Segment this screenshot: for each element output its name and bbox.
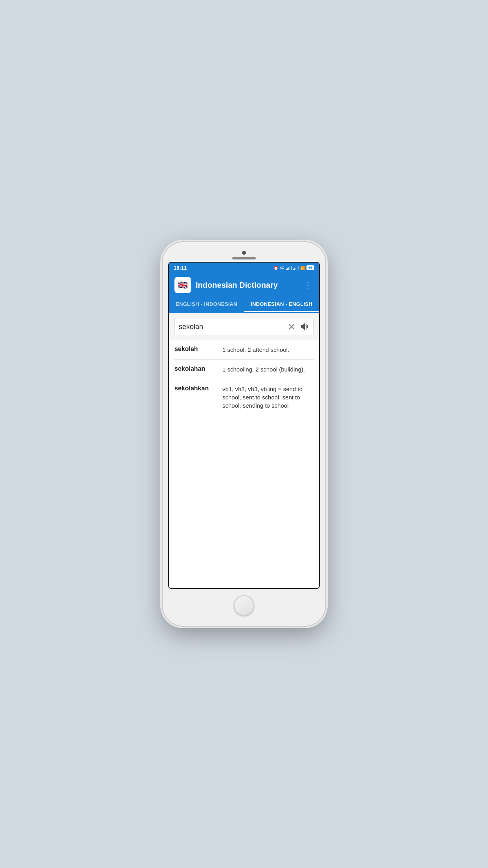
result-row-2: sekolahan 1 schooling. 2 school (buildin… (174, 360, 314, 379)
flag-icon: 🇬🇧 (178, 280, 188, 290)
app-logo: 🇬🇧 (174, 277, 191, 293)
more-menu-button[interactable]: ⋮ (303, 279, 314, 291)
svg-marker-2 (301, 323, 305, 330)
result-word-2: sekolahan (174, 365, 218, 372)
signal-strength-icon (286, 265, 292, 270)
phone-notch (168, 249, 320, 260)
tab-bar: ENGLISH - INDONESIAN INDONESIAN - ENGLIS… (169, 297, 319, 313)
wifi-icon: 📶 (300, 266, 305, 270)
result-definition-3: vb1, vb2, vb3, vb.ing = send to school, … (222, 385, 314, 410)
earpiece-speaker (232, 257, 256, 259)
app-header: 🇬🇧 Indonesian Dictionary ⋮ (169, 273, 319, 297)
home-button[interactable] (234, 595, 254, 616)
status-bar: 18:11 ⏰ 4G (169, 263, 319, 273)
alarm-icon: ⏰ (273, 266, 278, 270)
empty-content-area (169, 415, 319, 588)
result-word-1: sekolah (174, 346, 218, 353)
result-definition-2: 1 schooling. 2 school (building). (222, 365, 314, 373)
result-row-1: sekolah 1 school. 2 attend school. (174, 340, 314, 360)
search-input[interactable] (179, 323, 284, 331)
search-audio-button[interactable] (299, 322, 309, 332)
status-icons: ⏰ 4G (273, 265, 314, 270)
status-time: 18:11 (174, 265, 187, 271)
search-area (169, 313, 319, 340)
phone-device: 18:11 ⏰ 4G (163, 242, 325, 626)
tab-indonesian-english[interactable]: INDONESIAN - ENGLISH (244, 297, 319, 312)
search-clear-button[interactable] (287, 322, 296, 331)
network-type-icon: 4G (280, 266, 284, 270)
front-camera (242, 251, 246, 255)
tab-english-indonesian[interactable]: ENGLISH - INDONESIAN (169, 297, 244, 312)
phone-screen: 18:11 ⏰ 4G (168, 262, 320, 589)
search-box (174, 318, 314, 335)
result-definition-1: 1 school. 2 attend school. (222, 346, 314, 354)
result-row-3: sekolahkan vb1, vb2, vb3, vb.ing = send … (174, 379, 314, 415)
speaker-icon (300, 322, 308, 331)
signal-strength-2-icon (293, 265, 299, 270)
close-icon (288, 323, 295, 330)
home-button-area (168, 589, 320, 619)
results-area: sekolah 1 school. 2 attend school. sekol… (169, 340, 319, 415)
battery-icon: 66 (306, 265, 314, 270)
app-title: Indonesian Dictionary (196, 281, 298, 290)
result-word-3: sekolahkan (174, 385, 218, 392)
